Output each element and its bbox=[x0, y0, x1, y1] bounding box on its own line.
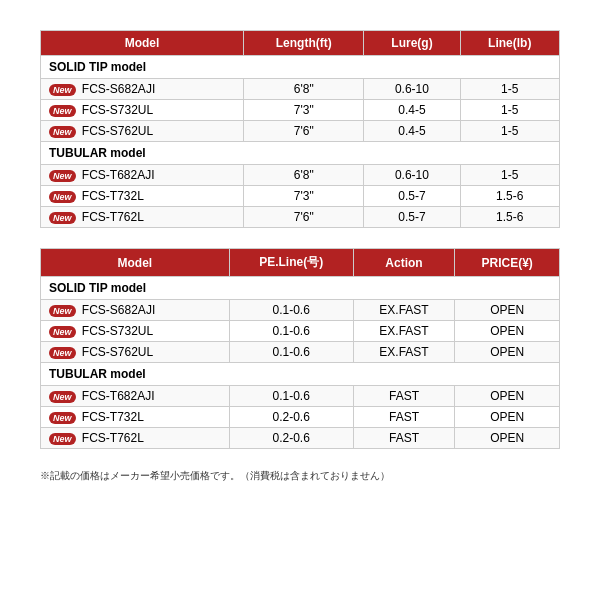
table-row: New FCS-S732UL7'3"0.4-51-5 bbox=[41, 100, 560, 121]
new-badge: New bbox=[49, 433, 76, 445]
model-cell: New FCS-T732L bbox=[41, 407, 230, 428]
table1-header-length: Length(ft) bbox=[244, 31, 364, 56]
col2-cell: 0.1-0.6 bbox=[229, 386, 353, 407]
new-badge: New bbox=[49, 305, 76, 317]
table-row: New FCS-T732L0.2-0.6FASTOPEN bbox=[41, 407, 560, 428]
model-cell: New FCS-S732UL bbox=[41, 100, 244, 121]
col2-cell: 6'8" bbox=[244, 79, 364, 100]
col4-cell: OPEN bbox=[455, 407, 560, 428]
col2-cell: 7'3" bbox=[244, 100, 364, 121]
table2-header-price: PRICE(¥) bbox=[455, 249, 560, 277]
model-cell: New FCS-T762L bbox=[41, 207, 244, 228]
model-cell: New FCS-S762UL bbox=[41, 121, 244, 142]
col4-cell: 1-5 bbox=[460, 121, 559, 142]
col4-cell: OPEN bbox=[455, 428, 560, 449]
new-badge: New bbox=[49, 212, 76, 224]
table-row: New FCS-S682AJI0.1-0.6EX.FASTOPEN bbox=[41, 300, 560, 321]
model-cell: New FCS-S732UL bbox=[41, 321, 230, 342]
section-header: SOLID TIP model bbox=[41, 277, 560, 300]
section-header: TUBULAR model bbox=[41, 363, 560, 386]
footnote: ※記載の価格はメーカー希望小売価格です。（消費税は含まれておりません） bbox=[40, 469, 560, 483]
col4-cell: 1-5 bbox=[460, 79, 559, 100]
new-badge: New bbox=[49, 412, 76, 424]
col2-cell: 7'6" bbox=[244, 207, 364, 228]
table1-wrapper: Model Length(ft) Lure(g) Line(lb) SOLID … bbox=[40, 30, 560, 228]
table-row: New FCS-T762L7'6"0.5-71.5-6 bbox=[41, 207, 560, 228]
table2-header-action: Action bbox=[353, 249, 455, 277]
table1-header-line: Line(lb) bbox=[460, 31, 559, 56]
col2-cell: 0.1-0.6 bbox=[229, 300, 353, 321]
col2-cell: 0.1-0.6 bbox=[229, 342, 353, 363]
col2-cell: 7'3" bbox=[244, 186, 364, 207]
col3-cell: 0.5-7 bbox=[364, 186, 460, 207]
table-row: New FCS-S762UL0.1-0.6EX.FASTOPEN bbox=[41, 342, 560, 363]
col3-cell: EX.FAST bbox=[353, 300, 455, 321]
new-badge: New bbox=[49, 84, 76, 96]
col4-cell: OPEN bbox=[455, 342, 560, 363]
col2-cell: 7'6" bbox=[244, 121, 364, 142]
model-cell: New FCS-T762L bbox=[41, 428, 230, 449]
col3-cell: FAST bbox=[353, 407, 455, 428]
col3-cell: 0.6-10 bbox=[364, 79, 460, 100]
new-badge: New bbox=[49, 105, 76, 117]
table-row: New FCS-S682AJI6'8"0.6-101-5 bbox=[41, 79, 560, 100]
model-cell: New FCS-S762UL bbox=[41, 342, 230, 363]
table-row: New FCS-T732L7'3"0.5-71.5-6 bbox=[41, 186, 560, 207]
col2-cell: 0.1-0.6 bbox=[229, 321, 353, 342]
table1-header-model: Model bbox=[41, 31, 244, 56]
table2-header-model: Model bbox=[41, 249, 230, 277]
new-badge: New bbox=[49, 170, 76, 182]
table2-wrapper: Model PE.Line(号) Action PRICE(¥) SOLID T… bbox=[40, 248, 560, 449]
col3-cell: 0.4-5 bbox=[364, 100, 460, 121]
col2-cell: 6'8" bbox=[244, 165, 364, 186]
table-row: New FCS-T682AJI6'8"0.6-101-5 bbox=[41, 165, 560, 186]
new-badge: New bbox=[49, 391, 76, 403]
table-row: New FCS-T682AJI0.1-0.6FASTOPEN bbox=[41, 386, 560, 407]
table-row: New FCS-T762L0.2-0.6FASTOPEN bbox=[41, 428, 560, 449]
col4-cell: 1-5 bbox=[460, 100, 559, 121]
col4-cell: OPEN bbox=[455, 300, 560, 321]
col3-cell: FAST bbox=[353, 428, 455, 449]
section-header: TUBULAR model bbox=[41, 142, 560, 165]
new-badge: New bbox=[49, 347, 76, 359]
new-badge: New bbox=[49, 326, 76, 338]
col4-cell: 1.5-6 bbox=[460, 207, 559, 228]
table2: Model PE.Line(号) Action PRICE(¥) SOLID T… bbox=[40, 248, 560, 449]
model-cell: New FCS-S682AJI bbox=[41, 79, 244, 100]
col3-cell: 0.6-10 bbox=[364, 165, 460, 186]
col3-cell: EX.FAST bbox=[353, 321, 455, 342]
col4-cell: OPEN bbox=[455, 386, 560, 407]
table1-header-lure: Lure(g) bbox=[364, 31, 460, 56]
col3-cell: EX.FAST bbox=[353, 342, 455, 363]
model-cell: New FCS-T682AJI bbox=[41, 386, 230, 407]
table-row: New FCS-S762UL7'6"0.4-51-5 bbox=[41, 121, 560, 142]
model-cell: New FCS-T732L bbox=[41, 186, 244, 207]
new-badge: New bbox=[49, 191, 76, 203]
model-cell: New FCS-T682AJI bbox=[41, 165, 244, 186]
col4-cell: 1-5 bbox=[460, 165, 559, 186]
col3-cell: 0.5-7 bbox=[364, 207, 460, 228]
col2-cell: 0.2-0.6 bbox=[229, 428, 353, 449]
table-row: New FCS-S732UL0.1-0.6EX.FASTOPEN bbox=[41, 321, 560, 342]
col3-cell: 0.4-5 bbox=[364, 121, 460, 142]
model-cell: New FCS-S682AJI bbox=[41, 300, 230, 321]
page-content: Model Length(ft) Lure(g) Line(lb) SOLID … bbox=[40, 30, 560, 483]
table1: Model Length(ft) Lure(g) Line(lb) SOLID … bbox=[40, 30, 560, 228]
table2-header-peline: PE.Line(号) bbox=[229, 249, 353, 277]
col3-cell: FAST bbox=[353, 386, 455, 407]
new-badge: New bbox=[49, 126, 76, 138]
col2-cell: 0.2-0.6 bbox=[229, 407, 353, 428]
col4-cell: 1.5-6 bbox=[460, 186, 559, 207]
col4-cell: OPEN bbox=[455, 321, 560, 342]
section-header: SOLID TIP model bbox=[41, 56, 560, 79]
